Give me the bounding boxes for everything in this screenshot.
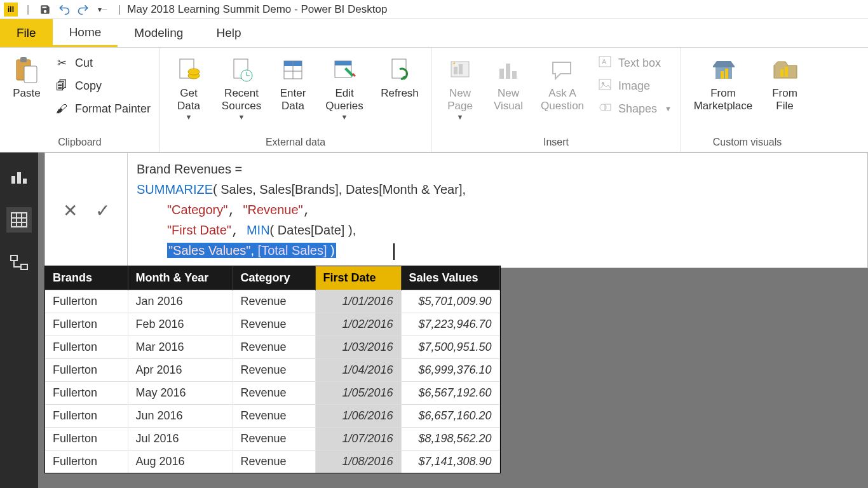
refresh-button[interactable]: Refresh <box>375 51 424 100</box>
scissors-icon: ✂ <box>53 56 70 70</box>
table-cell: Fullerton <box>45 428 128 451</box>
copy-button[interactable]: 🗐 Copy <box>51 74 153 97</box>
save-icon[interactable] <box>38 3 52 17</box>
formula-editor[interactable]: Brand Revenues = SUMMARIZE( Sales, Sales… <box>128 153 867 268</box>
svg-text:A: A <box>602 58 607 65</box>
table-cell: $6,999,376.10 <box>401 359 499 382</box>
table-row[interactable]: FullertonMay 2016Revenue1/05/2016$6,567,… <box>45 382 499 405</box>
svg-rect-34 <box>23 179 27 184</box>
formula-text: ( Dates[Date] ), <box>270 223 356 237</box>
svg-rect-13 <box>335 61 351 65</box>
svg-rect-41 <box>21 264 27 269</box>
redo-icon[interactable] <box>76 3 90 17</box>
database-icon <box>177 55 200 85</box>
table-cell: Jul 2016 <box>128 428 233 451</box>
group-external-data: Get Data ▼ Recent Sources ▼ Enter Data E… <box>160 48 431 152</box>
column-header[interactable]: First Date <box>315 266 401 290</box>
image-icon <box>597 79 613 93</box>
shapes-button: Shapes ▼ <box>594 97 674 120</box>
table-row[interactable]: FullertonJun 2016Revenue1/06/2016$6,657,… <box>45 405 499 428</box>
table-cell: Revenue <box>233 359 315 382</box>
svg-rect-28 <box>721 71 724 79</box>
table-cell: $7,223,946.70 <box>401 313 499 336</box>
new-page-label: New Page <box>447 87 473 112</box>
table-row[interactable]: FullertonJan 2016Revenue1/01/2016$5,701,… <box>45 290 499 313</box>
group-clipboard: Paste ✂ Cut 🗐 Copy 🖌 Format Painter Clip… <box>0 48 160 152</box>
new-page-icon <box>447 55 473 85</box>
formula-text: "Revenue" <box>243 203 302 217</box>
table-row[interactable]: FullertonJul 2016Revenue1/07/2016$8,198,… <box>45 428 499 451</box>
table-cell: Mar 2016 <box>128 336 233 359</box>
new-page-button: New Page ▼ <box>438 51 482 121</box>
svg-rect-18 <box>499 69 504 79</box>
from-marketplace-button[interactable]: From Marketplace <box>688 51 759 112</box>
edit-queries-button[interactable]: Edit Queries ▼ <box>318 51 371 121</box>
tab-help[interactable]: Help <box>200 19 257 47</box>
text-box-label: Text box <box>618 57 661 70</box>
table-row[interactable]: FullertonFeb 2016Revenue1/02/2016$7,223,… <box>45 313 499 336</box>
new-visual-label: New Visual <box>494 87 523 112</box>
svg-rect-32 <box>11 176 15 184</box>
table-body: FullertonJan 2016Revenue1/01/2016$5,701,… <box>45 290 499 473</box>
table-cell: 1/02/2016 <box>315 313 401 336</box>
cancel-formula-button[interactable]: ✕ <box>63 200 78 221</box>
enter-data-button[interactable]: Enter Data <box>272 51 314 112</box>
table-icon <box>281 55 304 85</box>
qat-dropdown-icon[interactable]: ▾— <box>95 3 109 17</box>
shapes-label: Shapes <box>618 102 657 116</box>
column-header[interactable]: Sales Values <box>401 266 499 290</box>
cut-button[interactable]: ✂ Cut <box>51 51 153 74</box>
from-file-button[interactable]: From File <box>763 51 807 112</box>
table-cell: 1/05/2016 <box>315 382 401 405</box>
formula-text: ( Sales, Sales[Brands], Dates[Month & Ye… <box>213 182 466 196</box>
group-label: Custom visuals <box>688 134 807 152</box>
table-cell: 1/07/2016 <box>315 428 401 451</box>
copy-icon: 🗐 <box>53 79 70 93</box>
separator: | <box>118 4 121 15</box>
table-cell: $7,141,308.90 <box>401 451 499 473</box>
paste-label: Paste <box>13 87 40 100</box>
shapes-icon <box>597 102 613 116</box>
paintbrush-icon: 🖌 <box>53 102 70 116</box>
table-row[interactable]: FullertonApr 2016Revenue1/04/2016$6,999,… <box>45 359 499 382</box>
ask-a-question-button: Ask A Question <box>534 51 590 112</box>
model-view-button[interactable] <box>6 250 32 276</box>
tab-home[interactable]: Home <box>53 19 118 47</box>
table-cell: Fullerton <box>45 451 128 473</box>
formula-highlight: "Sales Values", [Total Sales] ) <box>167 243 336 258</box>
titlebar: ill | ▾— | May 2018 Learning Summit Demo… <box>0 0 868 19</box>
window-title: May 2018 Learning Summit Demo - Power BI… <box>127 3 387 16</box>
recent-sources-button[interactable]: Recent Sources ▼ <box>215 51 268 121</box>
accept-formula-button[interactable]: ✓ <box>95 200 110 221</box>
report-view-button[interactable] <box>6 164 32 189</box>
separator: | <box>27 4 29 15</box>
table-cell: Aug 2016 <box>128 451 233 473</box>
formula-bar: ✕ ✓ Brand Revenues = SUMMARIZE( Sales, S… <box>44 152 868 268</box>
get-data-button[interactable]: Get Data ▼ <box>166 51 211 121</box>
table-cell: $6,567,192.60 <box>401 382 499 405</box>
table-row[interactable]: FullertonMar 2016Revenue1/03/2016$7,500,… <box>45 336 499 359</box>
column-header[interactable]: Category <box>233 266 315 290</box>
format-painter-label: Format Painter <box>75 102 151 116</box>
table-cell: Revenue <box>233 405 315 428</box>
formula-text: "First Date" <box>167 223 231 237</box>
table-cell: 1/04/2016 <box>315 359 401 382</box>
format-painter-button[interactable]: 🖌 Format Painter <box>51 97 153 120</box>
speech-bubble-icon <box>550 55 574 85</box>
data-view-button[interactable] <box>6 207 32 233</box>
table-cell: 1/08/2016 <box>315 451 401 473</box>
column-header[interactable]: Month & Year <box>128 266 233 290</box>
column-header[interactable]: Brands <box>45 266 128 290</box>
svg-rect-30 <box>780 69 783 77</box>
svg-point-24 <box>602 82 604 85</box>
formula-bar-buttons: ✕ ✓ <box>45 153 128 268</box>
chevron-down-icon: ▼ <box>341 113 348 121</box>
tab-modeling[interactable]: Modeling <box>118 19 200 47</box>
table-row[interactable]: FullertonAug 2016Revenue1/08/2016$7,141,… <box>45 451 499 473</box>
paste-button[interactable]: Paste <box>6 51 47 100</box>
tab-file[interactable]: File <box>0 19 53 47</box>
app-icon[interactable]: ill <box>4 3 18 17</box>
group-label: External data <box>166 134 424 152</box>
undo-icon[interactable] <box>57 3 71 17</box>
table-cell: Revenue <box>233 428 315 451</box>
